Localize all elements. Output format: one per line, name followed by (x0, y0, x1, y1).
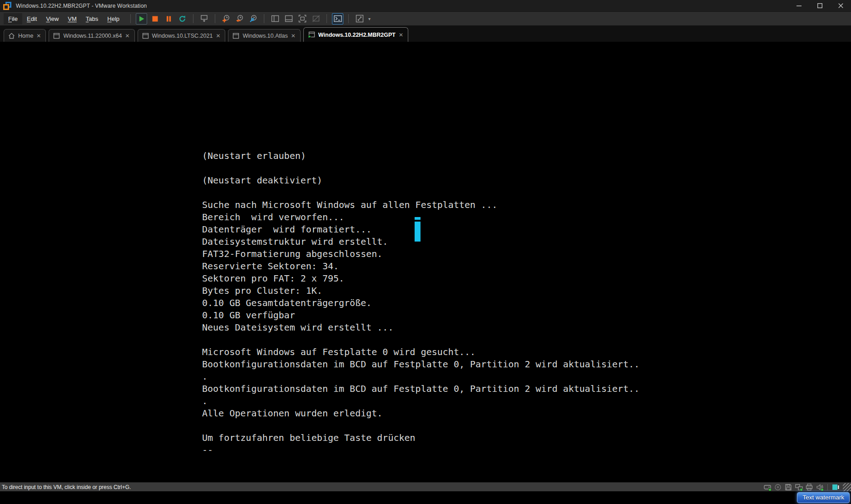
cd-dvd-device[interactable] (774, 483, 782, 491)
console-cursor (415, 217, 421, 220)
snapshot-add-icon (222, 15, 230, 23)
vm-icon (142, 33, 149, 39)
close-icon (838, 3, 843, 8)
status-bar: To direct input to this VM, click inside… (0, 482, 851, 491)
send-ctrl-alt-del-icon (200, 15, 208, 23)
console-output: (Neustart erlauben) (Neustart deaktivier… (202, 150, 639, 456)
menu-help[interactable]: Help (103, 13, 124, 25)
toolbar: ▾ (128, 12, 371, 25)
suspend-button[interactable] (163, 13, 174, 25)
floppy-device[interactable] (784, 483, 792, 491)
full-screen-button[interactable] (297, 13, 308, 25)
vmware-workstation-window: Windows.10.22H2.MBR2GPT - VMware Worksta… (0, 0, 851, 504)
tab-label: Windows.10.Atlas (242, 33, 287, 39)
toolbar-separator (215, 14, 215, 23)
console-view-button[interactable] (332, 13, 343, 25)
menu-vm[interactable]: VM (63, 13, 81, 25)
toolbar-separator (348, 14, 349, 23)
tab-bar: Home ✕ Windows.11.22000.x64 ✕ Windows.10… (0, 25, 851, 42)
tab-windows-10-22h2-mbr2gpt[interactable]: Windows.10.22H2.MBR2GPT ✕ (303, 27, 408, 42)
device-status-icons (763, 483, 851, 491)
tab-home[interactable]: Home ✕ (4, 29, 46, 42)
vmware-logo-icon (3, 2, 11, 10)
close-tab-icon[interactable]: ✕ (399, 32, 403, 38)
close-tab-icon[interactable]: ✕ (291, 33, 296, 39)
tab-windows-11-22000-x64[interactable]: Windows.11.22000.x64 ✕ (49, 29, 134, 42)
close-button[interactable] (830, 0, 851, 11)
minimize-icon (797, 3, 802, 8)
snapshot-revert-icon (236, 15, 244, 23)
tab-windows-10-atlas[interactable]: Windows.10.Atlas ✕ (228, 29, 300, 42)
power-on-button[interactable] (136, 13, 147, 25)
menu-bar: File Edit View VM Tabs Help (0, 12, 851, 25)
title-bar: Windows.10.22H2.MBR2GPT - VMware Worksta… (0, 0, 851, 12)
tab-label: Windows.10.LTSC.2021 (152, 33, 213, 39)
unity-disabled-icon (312, 15, 320, 23)
input-hint: To direct input to this VM, click inside… (2, 484, 131, 490)
menu-tabs[interactable]: Tabs (81, 13, 103, 25)
unity-button-disabled[interactable] (310, 13, 322, 25)
tab-label: Home (18, 33, 33, 39)
toolbar-separator (264, 14, 264, 23)
play-icon (138, 15, 145, 22)
revert-snapshot-button[interactable] (234, 13, 245, 25)
snapshot-manager-button[interactable] (247, 13, 259, 25)
close-tab-icon[interactable]: ✕ (36, 33, 41, 39)
refresh-icon (178, 15, 186, 23)
connected-indicator (821, 488, 824, 491)
tab-label: Windows.10.22H2.MBR2GPT (318, 32, 396, 38)
autosize-dropdown-icon[interactable]: ▾ (368, 16, 371, 21)
printer-device[interactable] (805, 483, 813, 491)
bottom-strip: Text watermark (0, 491, 851, 504)
vm-icon (53, 33, 60, 39)
show-library-button[interactable] (269, 13, 281, 25)
vm-icon (233, 33, 239, 39)
menu-file[interactable]: File (4, 13, 22, 25)
printer-icon (806, 484, 813, 491)
fullscreen-icon (298, 15, 307, 23)
autosize-icon (356, 15, 364, 23)
close-tab-icon[interactable]: ✕ (125, 33, 129, 39)
stop-icon (152, 15, 158, 22)
sound-device[interactable] (816, 483, 824, 491)
library-panel-icon (271, 15, 279, 23)
toolbar-separator (327, 14, 327, 23)
vm-running-icon (308, 31, 315, 38)
text-watermark-badge: Text watermark (797, 492, 850, 503)
maximize-button[interactable] (809, 0, 830, 11)
status-indicator[interactable] (831, 483, 840, 491)
close-tab-icon[interactable]: ✕ (216, 33, 220, 39)
autosize-button[interactable] (354, 13, 365, 25)
reset-button[interactable] (177, 13, 188, 25)
maximize-icon (817, 3, 822, 8)
send-ctrl-alt-del-button[interactable] (198, 13, 210, 25)
toolbar-separator (193, 14, 193, 23)
vm-console[interactable]: (Neustart erlauben) (Neustart deaktivier… (0, 42, 851, 482)
connected-indicator (800, 488, 803, 491)
status-indicator-icon (832, 484, 840, 491)
thumbnail-bar-icon (285, 15, 293, 23)
console-view-icon (334, 15, 342, 22)
take-snapshot-button[interactable] (220, 13, 232, 25)
minimize-button[interactable] (788, 0, 809, 11)
window-title: Windows.10.22H2.MBR2GPT - VMware Worksta… (16, 3, 147, 9)
pause-icon (165, 15, 172, 22)
menu-view[interactable]: View (41, 13, 63, 25)
menu-edit[interactable]: Edit (22, 13, 41, 25)
show-thumbnail-bar-button[interactable] (283, 13, 294, 25)
tab-label: Windows.11.22000.x64 (63, 33, 122, 39)
snapshot-manager-icon (249, 15, 257, 23)
resize-grip[interactable] (843, 483, 851, 491)
toolbar-separator (130, 14, 131, 23)
home-icon (8, 33, 15, 39)
connected-indicator (768, 488, 772, 491)
tab-windows-10-ltsc-2021[interactable]: Windows.10.LTSC.2021 ✕ (138, 29, 226, 42)
cd-dvd-icon (774, 484, 782, 491)
floppy-icon (785, 484, 792, 491)
hard-disk-device[interactable] (763, 483, 772, 491)
statusbar-separator (827, 484, 828, 490)
network-adapter-device[interactable] (795, 483, 803, 491)
console-cursor (415, 222, 421, 242)
power-off-button[interactable] (149, 13, 161, 25)
